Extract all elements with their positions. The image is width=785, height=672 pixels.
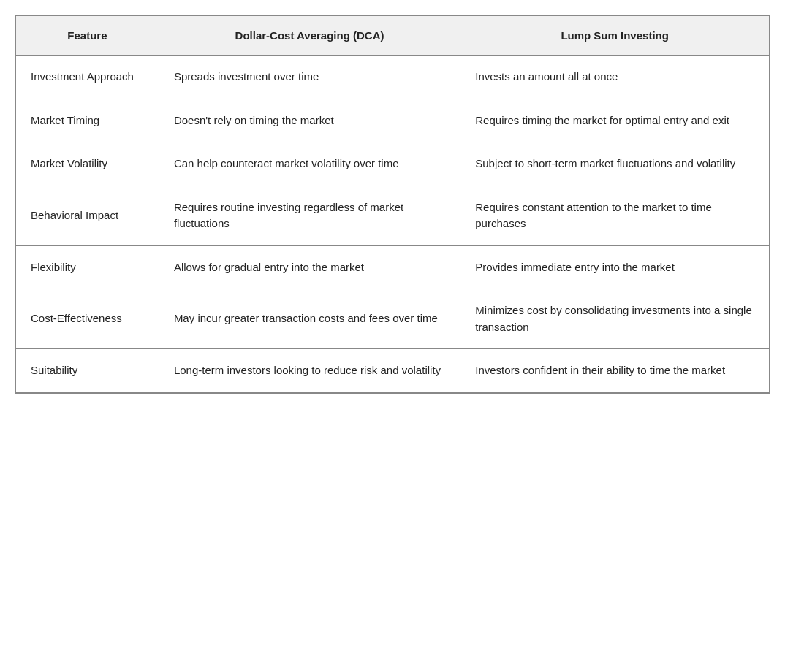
table-row: Market VolatilityCan help counteract mar… bbox=[16, 142, 770, 186]
cell-lump-1: Requires timing the market for optimal e… bbox=[460, 99, 770, 142]
cell-dca-2: Can help counteract market volatility ov… bbox=[159, 142, 460, 186]
cell-dca-6: Long-term investors looking to reduce ri… bbox=[159, 349, 460, 393]
cell-feature-4: Flexibility bbox=[16, 245, 159, 289]
table-row: Investment ApproachSpreads investment ov… bbox=[16, 56, 770, 99]
table-row: FlexibilityAllows for gradual entry into… bbox=[16, 245, 770, 289]
cell-dca-0: Spreads investment over time bbox=[159, 56, 460, 99]
comparison-table: Feature Dollar-Cost Averaging (DCA) Lump… bbox=[15, 15, 770, 394]
table-row: SuitabilityLong-term investors looking t… bbox=[16, 349, 770, 393]
cell-lump-4: Provides immediate entry into the market bbox=[460, 245, 770, 289]
cell-feature-2: Market Volatility bbox=[16, 142, 159, 186]
cell-dca-4: Allows for gradual entry into the market bbox=[159, 245, 460, 289]
cell-dca-5: May incur greater transaction costs and … bbox=[159, 289, 460, 349]
header-feature: Feature bbox=[16, 16, 159, 56]
cell-feature-1: Market Timing bbox=[16, 99, 159, 142]
cell-dca-1: Doesn't rely on timing the market bbox=[159, 99, 460, 142]
cell-dca-3: Requires routine investing regardless of… bbox=[159, 186, 460, 245]
cell-feature-3: Behavioral Impact bbox=[16, 186, 159, 245]
cell-feature-6: Suitability bbox=[16, 349, 159, 393]
header-lump: Lump Sum Investing bbox=[460, 16, 770, 56]
cell-lump-0: Invests an amount all at once bbox=[460, 56, 770, 99]
cell-feature-0: Investment Approach bbox=[16, 56, 159, 99]
cell-lump-6: Investors confident in their ability to … bbox=[460, 349, 770, 393]
table-row: Market TimingDoesn't rely on timing the … bbox=[16, 99, 770, 142]
cell-lump-5: Minimizes cost by consolidating investme… bbox=[460, 289, 770, 349]
cell-lump-2: Subject to short-term market fluctuation… bbox=[460, 142, 770, 186]
header-dca: Dollar-Cost Averaging (DCA) bbox=[159, 16, 460, 56]
cell-lump-3: Requires constant attention to the marke… bbox=[460, 186, 770, 245]
cell-feature-5: Cost-Effectiveness bbox=[16, 289, 159, 349]
table-header-row: Feature Dollar-Cost Averaging (DCA) Lump… bbox=[16, 16, 770, 56]
table-row: Cost-EffectivenessMay incur greater tran… bbox=[16, 289, 770, 349]
table-row: Behavioral ImpactRequires routine invest… bbox=[16, 186, 770, 245]
